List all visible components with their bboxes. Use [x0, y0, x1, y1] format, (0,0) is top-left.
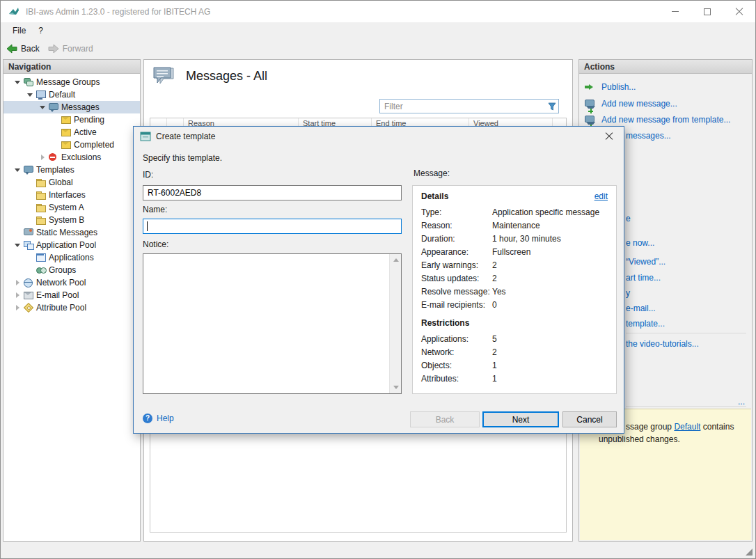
notice-textarea[interactable]	[143, 254, 389, 393]
action-fragment-template[interactable]: template...	[626, 319, 665, 329]
dialog-title-bar: Create template	[134, 127, 624, 146]
close-icon	[735, 8, 743, 16]
action-fragment-1[interactable]: e	[626, 214, 631, 223]
next-button[interactable]: Next	[482, 411, 559, 427]
collapse-icon[interactable]	[12, 77, 23, 88]
sidebar-item-exclusions[interactable]: Exclusions	[3, 151, 140, 164]
action-fragment-messages[interactable]: messages...	[626, 131, 671, 141]
notice-label: Notice:	[143, 239, 168, 249]
chevron-spacer	[24, 202, 36, 213]
application-pool-icon	[23, 240, 33, 250]
add-message-icon	[584, 99, 594, 109]
applications-icon	[36, 253, 46, 262]
scroll-down-icon[interactable]	[390, 381, 402, 393]
action-publish[interactable]: Publish...	[584, 82, 636, 92]
completed-icon	[61, 140, 71, 150]
folder-icon	[36, 190, 46, 200]
status-bar	[1, 542, 755, 558]
forward-button[interactable]: Forward	[48, 44, 93, 54]
minimize-button[interactable]	[659, 1, 691, 22]
sidebar-item-default[interactable]: Default	[3, 88, 140, 101]
notification-text-2: contains	[703, 422, 734, 432]
sidebar-item-network-pool[interactable]: Network Pool	[3, 276, 140, 289]
messages-icon	[48, 102, 58, 112]
sidebar-item-global[interactable]: Global	[3, 176, 140, 189]
resize-grip-icon[interactable]	[746, 549, 753, 556]
dialog-close-button[interactable]	[594, 127, 624, 146]
close-icon	[605, 132, 613, 141]
collapse-icon[interactable]	[37, 102, 48, 113]
sidebar-item-email-pool[interactable]: E-mail Pool	[3, 289, 140, 301]
filter-box	[379, 99, 559, 113]
expand-icon[interactable]	[37, 152, 48, 163]
app-icon	[8, 6, 20, 17]
maximize-button[interactable]	[691, 1, 723, 22]
collapse-icon[interactable]	[24, 89, 36, 100]
back-label: Back	[21, 44, 40, 54]
detail-row-email-recipients: E-mail recipients: 0	[421, 298, 608, 311]
back-arrow-icon	[6, 44, 17, 54]
detail-row-duration: Duration: 1 hour, 30 minutes	[421, 232, 608, 245]
sidebar-item-pending[interactable]: Pending	[3, 113, 140, 126]
sidebar-item-templates[interactable]: Templates	[3, 164, 140, 176]
id-input[interactable]	[143, 185, 402, 200]
sidebar-item-attribute-pool[interactable]: Attribute Pool	[3, 301, 140, 314]
sidebar-item-application-pool[interactable]: Application Pool	[3, 239, 140, 251]
expand-icon[interactable]	[12, 302, 23, 313]
email-pool-icon	[23, 290, 33, 300]
action-fragment-viewed[interactable]: “Viewed”...	[626, 257, 666, 267]
collapse-icon[interactable]	[12, 164, 23, 175]
action-fragment-ellipsis[interactable]: ...	[738, 397, 745, 407]
message-label: Message:	[414, 168, 450, 178]
sidebar-item-applications[interactable]: Applications	[3, 251, 140, 264]
help-link[interactable]: ? Help	[143, 414, 174, 423]
action-fragment-2[interactable]: e now...	[626, 238, 654, 248]
sidebar-item-static-messages[interactable]: Static Messages	[3, 226, 140, 239]
expand-icon[interactable]	[12, 290, 23, 301]
action-fragment-video-tutorials[interactable]: the video-tutorials...	[626, 339, 699, 349]
restriction-row-network: Network: 2	[421, 345, 608, 359]
name-label: Name:	[143, 205, 167, 214]
sidebar-item-system-b[interactable]: System B	[3, 214, 140, 226]
detail-row-appearance: Appearance: Fullscreen	[421, 245, 608, 258]
sidebar-item-groups[interactable]: Groups	[3, 264, 140, 276]
sidebar-item-completed[interactable]: Completed	[3, 139, 140, 151]
notice-scrollbar[interactable]	[389, 254, 401, 393]
default-group-link[interactable]: Default	[674, 422, 700, 432]
edit-link[interactable]: edit	[594, 191, 608, 201]
dialog-title: Create template	[156, 132, 215, 141]
expand-icon[interactable]	[12, 277, 23, 288]
scroll-up-icon[interactable]	[390, 254, 402, 266]
sidebar-item-message-groups[interactable]: Message Groups	[3, 76, 140, 88]
sidebar-item-interfaces[interactable]: Interfaces	[3, 189, 140, 201]
filter-input[interactable]	[380, 100, 546, 113]
filter-funnel-icon[interactable]	[546, 102, 558, 111]
collapse-icon[interactable]	[12, 239, 23, 251]
sidebar-item-active[interactable]: Active	[3, 126, 140, 139]
menu-file[interactable]: File	[6, 24, 32, 38]
action-add-message-from-template[interactable]: Add new message from template...	[584, 115, 730, 125]
close-button[interactable]	[723, 1, 755, 22]
chevron-spacer	[24, 252, 36, 263]
add-message-from-template-icon	[584, 115, 594, 125]
maximize-icon	[704, 8, 711, 15]
back-dialog-button[interactable]: Back	[410, 411, 480, 427]
text-caret	[147, 221, 148, 231]
action-add-new-message[interactable]: Add new message...	[584, 99, 677, 109]
sidebar-item-system-a[interactable]: System A	[3, 201, 140, 214]
action-fragment-email[interactable]: e-mail...	[626, 304, 656, 313]
actions-separator	[626, 406, 746, 407]
cancel-button[interactable]: Cancel	[562, 411, 617, 427]
name-input[interactable]	[143, 219, 402, 234]
action-fragment-start-time[interactable]: art time...	[626, 273, 661, 283]
detail-row-status-updates: Status updates: 2	[421, 271, 608, 285]
action-fragment-5[interactable]: y	[626, 288, 630, 298]
chevron-spacer	[49, 127, 61, 138]
restriction-row-attributes: Attributes: 1	[421, 372, 608, 385]
back-button[interactable]: Back	[6, 44, 40, 54]
sidebar-item-messages[interactable]: Messages	[3, 101, 140, 113]
messages-page-icon	[152, 67, 175, 86]
menu-help[interactable]: ?	[32, 24, 49, 38]
navigation-header: Navigation	[3, 60, 140, 74]
navigation-tree: Message Groups Default Messages Pending	[3, 74, 140, 314]
